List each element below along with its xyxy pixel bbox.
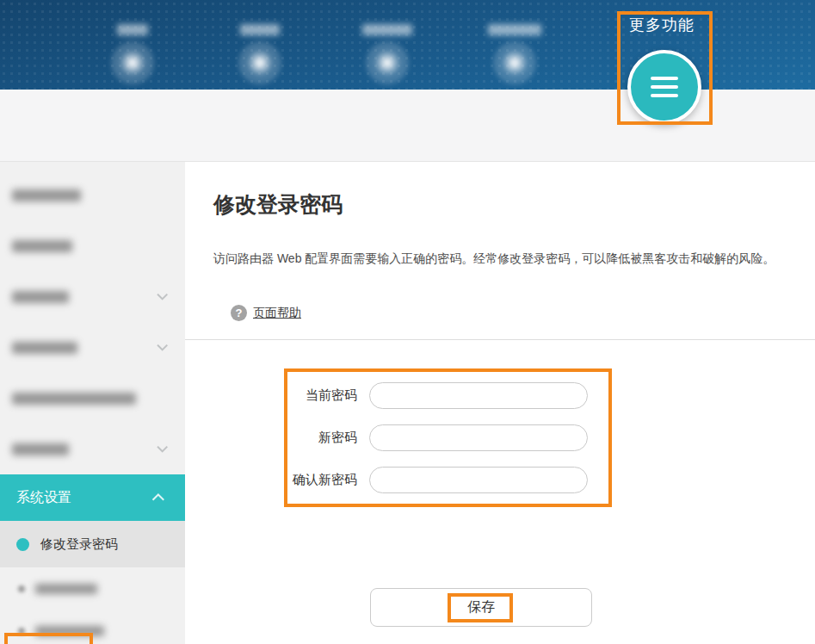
sidebar: 系统设置 修改登录密码 (0, 162, 185, 644)
bullet-icon (18, 628, 25, 635)
chevron-down-icon (157, 340, 168, 351)
wifi-icon (367, 43, 407, 83)
network-icon (240, 43, 280, 83)
selected-bullet-icon (16, 538, 29, 551)
form-row-confirm-password: 确认新密码 (287, 467, 608, 493)
confirm-password-field[interactable] (369, 467, 588, 493)
help-icon: ? (231, 305, 247, 321)
save-button-label: 保存 (467, 598, 495, 616)
password-form-highlight-box: 当前密码 新密码 确认新密码 (284, 368, 612, 507)
page-title: 修改登录密码 (213, 190, 343, 219)
nav-item-network[interactable] (208, 24, 312, 83)
bullet-icon (18, 585, 25, 592)
current-password-field[interactable] (369, 382, 588, 409)
sidebar-item-blurred-1[interactable] (0, 170, 185, 220)
chevron-up-icon (152, 493, 164, 505)
nav-label-blurred (240, 24, 280, 35)
page-help-label: 页面帮助 (253, 306, 301, 321)
page-description: 访问路由器 Web 配置界面需要输入正确的密码。经常修改登录密码，可以降低被黑客… (213, 250, 781, 268)
more-functions-button[interactable] (627, 50, 701, 124)
page-help-link[interactable]: ? 页面帮助 (231, 305, 301, 321)
content-area: 系统设置 修改登录密码 修改登录密码 访问路由器 Web 配置界面需要输入正确的… (0, 161, 815, 644)
change-login-password-label: 修改登录密码 (40, 536, 118, 553)
nav-label-blurred (362, 24, 412, 35)
sidebar-item-blurred-5[interactable] (0, 373, 185, 424)
confirm-password-label: 确认新密码 (287, 472, 357, 488)
router-admin-page: 更多功能 系统设置 修改登录密码 (0, 0, 815, 644)
form-row-new-password: 新密码 (287, 424, 608, 451)
current-password-label: 当前密码 (287, 387, 357, 404)
diagnose-icon (495, 43, 534, 83)
more-functions-label: 更多功能 (629, 15, 695, 35)
form-row-current-password: 当前密码 (287, 382, 608, 409)
main-panel: 修改登录密码 访问路由器 Web 配置界面需要输入正确的密码。经常修改登录密码，… (185, 162, 815, 644)
sidebar-subitem-blurred-1[interactable] (0, 567, 185, 610)
chevron-down-icon (157, 442, 168, 453)
new-password-field[interactable] (369, 424, 588, 451)
system-settings-label: 系统设置 (16, 489, 71, 507)
sidebar-item-blurred-4[interactable] (0, 322, 185, 373)
nav-label-blurred (117, 24, 148, 35)
sidebar-item-blurred-3[interactable] (0, 271, 185, 322)
sidebar-item-system-settings[interactable]: 系统设置 (0, 474, 185, 521)
nav-item-wifi[interactable] (336, 24, 439, 83)
sidebar-item-change-login-password[interactable]: 修改登录密码 (0, 521, 185, 567)
save-button[interactable]: 保存 (370, 588, 592, 627)
home-icon (113, 43, 152, 83)
section-divider (185, 339, 815, 340)
nav-item-home[interactable] (81, 24, 184, 83)
nav-label-blurred (488, 24, 541, 35)
chevron-down-icon (157, 289, 168, 300)
hamburger-icon (651, 77, 678, 80)
sidebar-item-blurred-2[interactable] (0, 220, 185, 271)
sidebar-item-blurred-6[interactable] (0, 424, 185, 474)
sidebar-subitem-blurred-2[interactable] (0, 610, 185, 644)
new-password-label: 新密码 (287, 430, 357, 446)
nav-item-diagnose[interactable] (463, 24, 566, 83)
